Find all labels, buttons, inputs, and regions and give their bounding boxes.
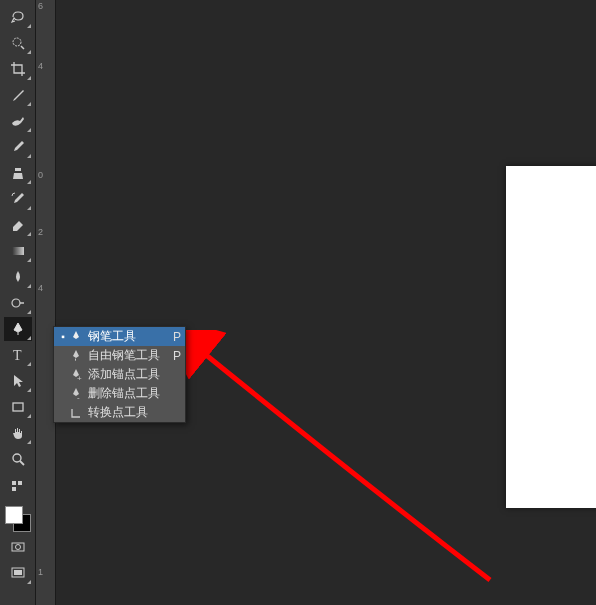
active-indicator-icon: ▪: [58, 331, 68, 342]
clone-stamp-tool[interactable]: [4, 161, 32, 185]
delete-anchor-icon: -: [68, 386, 84, 402]
svg-rect-5: [13, 403, 23, 411]
zoom-tool[interactable]: [4, 447, 32, 471]
svg-rect-7: [12, 481, 16, 485]
flyout-label: 钢笔工具: [88, 328, 167, 345]
svg-rect-2: [12, 247, 24, 255]
history-brush-tool[interactable]: [4, 187, 32, 211]
crop-tool[interactable]: [4, 57, 32, 81]
svg-point-0: [13, 38, 21, 46]
flyout-label: 自由钢笔工具: [88, 347, 167, 364]
spot-healing-tool[interactable]: [4, 109, 32, 133]
freeform-pen-icon: [68, 348, 84, 364]
tool-palette: T: [0, 0, 36, 605]
flyout-shortcut: P: [167, 330, 181, 344]
flyout-item-add-anchor[interactable]: + 添加锚点工具: [54, 365, 185, 384]
color-swatch[interactable]: [3, 504, 33, 534]
convert-point-icon: [68, 405, 84, 421]
vertical-ruler: 6 4 0 2 4 1: [36, 0, 56, 605]
svg-rect-12: [12, 568, 24, 577]
svg-rect-13: [14, 570, 22, 575]
path-selection-tool[interactable]: [4, 369, 32, 393]
eraser-tool[interactable]: [4, 213, 32, 237]
flyout-label: 转换点工具: [88, 404, 167, 421]
flyout-item-delete-anchor[interactable]: - 删除锚点工具: [54, 384, 185, 403]
svg-point-6: [13, 454, 21, 462]
svg-rect-8: [18, 481, 22, 485]
document[interactable]: [506, 166, 596, 508]
foreground-color[interactable]: [5, 506, 23, 524]
svg-text:T: T: [13, 348, 22, 363]
flyout-item-pen[interactable]: ▪ 钢笔工具 P: [54, 327, 185, 346]
flyout-label: 删除锚点工具: [88, 385, 167, 402]
screen-mode-button[interactable]: [4, 561, 32, 585]
flyout-item-freeform-pen[interactable]: 自由钢笔工具 P: [54, 346, 185, 365]
edit-toolbar-button[interactable]: [4, 473, 32, 497]
dodge-tool[interactable]: [4, 291, 32, 315]
flyout-item-convert-point[interactable]: 转换点工具: [54, 403, 185, 422]
add-anchor-icon: +: [68, 367, 84, 383]
flyout-shortcut: P: [167, 349, 181, 363]
rectangle-tool[interactable]: [4, 395, 32, 419]
type-tool[interactable]: T: [4, 343, 32, 367]
svg-point-3: [12, 299, 20, 307]
gradient-tool[interactable]: [4, 239, 32, 263]
blur-tool[interactable]: [4, 265, 32, 289]
brush-tool[interactable]: [4, 135, 32, 159]
quick-select-tool[interactable]: [4, 31, 32, 55]
flyout-label: 添加锚点工具: [88, 366, 167, 383]
pen-tool-flyout: ▪ 钢笔工具 P 自由钢笔工具 P + 添加锚点工具 - 删除锚点工具 转换点工…: [53, 326, 186, 423]
quick-mask-toggle[interactable]: [4, 535, 32, 559]
eyedropper-tool[interactable]: [4, 83, 32, 107]
svg-text:+: +: [77, 374, 82, 382]
svg-rect-1: [15, 168, 21, 171]
pen-tool[interactable]: [4, 317, 32, 341]
svg-rect-9: [12, 487, 16, 491]
pen-icon: [68, 329, 84, 345]
svg-point-11: [15, 545, 20, 550]
svg-rect-10: [12, 543, 24, 551]
hand-tool[interactable]: [4, 421, 32, 445]
lasso-tool[interactable]: [4, 5, 32, 29]
canvas[interactable]: [56, 0, 596, 605]
svg-text:-: -: [77, 393, 80, 401]
